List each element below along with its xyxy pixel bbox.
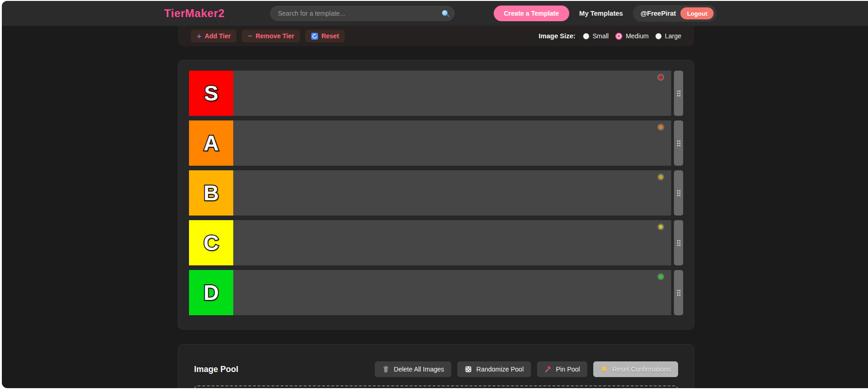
drag-dots-icon	[677, 140, 681, 146]
image-size-option-large[interactable]: Large	[655, 32, 681, 40]
nav-my-templates[interactable]: My Templates	[579, 10, 623, 17]
image-size-option-medium[interactable]: Medium	[615, 32, 649, 40]
tier-row-d: D	[189, 270, 683, 315]
tier-row-b: B	[189, 170, 683, 216]
tier-drop-zone[interactable]	[233, 220, 671, 265]
tier-drag-handle[interactable]	[674, 71, 683, 116]
app-logo[interactable]: TierMaker2	[164, 1, 224, 26]
drag-dots-icon	[677, 190, 681, 196]
tier-label-a[interactable]: A	[189, 120, 233, 166]
image-size-label: Image Size:	[539, 32, 576, 40]
tier-drag-handle[interactable]	[674, 170, 683, 216]
tier-row-c: C	[189, 220, 683, 265]
tier-drag-handle[interactable]	[674, 120, 683, 166]
tier-color-picker[interactable]	[657, 273, 664, 280]
plus-icon: +	[197, 32, 201, 40]
tier-color-picker[interactable]	[657, 74, 664, 81]
randomize-pool-button[interactable]: Randomize Pool	[457, 361, 531, 377]
drag-dots-icon	[677, 240, 681, 246]
drag-dots-icon	[677, 289, 681, 296]
username: @FreePirat	[640, 10, 676, 17]
tier-label-s[interactable]: S	[189, 71, 233, 116]
tier-row-s: S	[189, 71, 683, 116]
trash-icon	[382, 366, 390, 373]
reset-confirmations-button[interactable]: Reset Confirmations	[593, 361, 678, 377]
radio-icon[interactable]	[615, 33, 622, 40]
pin-pool-button[interactable]: Pin Pool	[537, 361, 587, 377]
tier-toolbar: + Add Tier − Remove Tier Reset Image Siz…	[178, 26, 694, 46]
image-pool-drop-area[interactable]	[194, 385, 678, 388]
tier-color-picker[interactable]	[657, 124, 664, 131]
bell-icon	[601, 366, 608, 373]
tier-list-panel: S A B C D	[178, 60, 694, 330]
tier-drop-zone[interactable]	[233, 170, 671, 216]
image-pool-buttons: Delete All Images Randomize Pool Pin Poo…	[375, 361, 678, 377]
radio-icon[interactable]	[655, 33, 661, 39]
radio-icon[interactable]	[583, 33, 589, 39]
tier-drag-handle[interactable]	[674, 270, 683, 315]
logout-button[interactable]: Logout	[680, 7, 714, 19]
remove-tier-button[interactable]: − Remove Tier	[242, 30, 300, 42]
create-template-button[interactable]: Create a Template	[494, 6, 569, 21]
search-input[interactable]	[271, 6, 454, 20]
delete-all-images-button[interactable]: Delete All Images	[375, 361, 451, 377]
image-pool-header: Image Pool Delete All Images Randomize P…	[194, 361, 678, 377]
reset-button[interactable]: Reset	[305, 30, 345, 42]
pin-icon	[544, 366, 552, 373]
search-bar	[270, 6, 455, 21]
tier-color-picker[interactable]	[657, 223, 664, 230]
tier-drop-zone[interactable]	[233, 120, 671, 166]
image-size-control: Image Size: Small Medium Large	[539, 32, 681, 40]
app-window: TierMaker2 Create a Template My Template…	[2, 1, 868, 388]
image-pool-panel: Image Pool Delete All Images Randomize P…	[178, 344, 694, 388]
image-pool-title: Image Pool	[194, 365, 238, 374]
minus-icon: −	[248, 32, 252, 40]
tier-drag-handle[interactable]	[674, 220, 683, 265]
search-icon[interactable]	[442, 10, 448, 16]
drag-dots-icon	[677, 90, 681, 96]
tier-drop-zone[interactable]	[233, 270, 671, 315]
tier-label-c[interactable]: C	[189, 220, 233, 265]
tier-drop-zone[interactable]	[233, 71, 671, 116]
navbar: TierMaker2 Create a Template My Template…	[2, 1, 868, 26]
tier-row-a: A	[189, 120, 683, 166]
user-pill: @FreePirat Logout	[633, 5, 716, 22]
tier-label-d[interactable]: D	[189, 270, 233, 315]
add-tier-button[interactable]: + Add Tier	[191, 30, 236, 42]
image-size-option-small[interactable]: Small	[583, 32, 608, 40]
tier-color-picker[interactable]	[657, 174, 664, 180]
reset-icon	[311, 33, 318, 40]
tier-label-b[interactable]: B	[189, 170, 233, 216]
dice-icon	[465, 366, 472, 373]
navbar-right-group: Create a Template My Templates @FreePira…	[494, 1, 716, 26]
